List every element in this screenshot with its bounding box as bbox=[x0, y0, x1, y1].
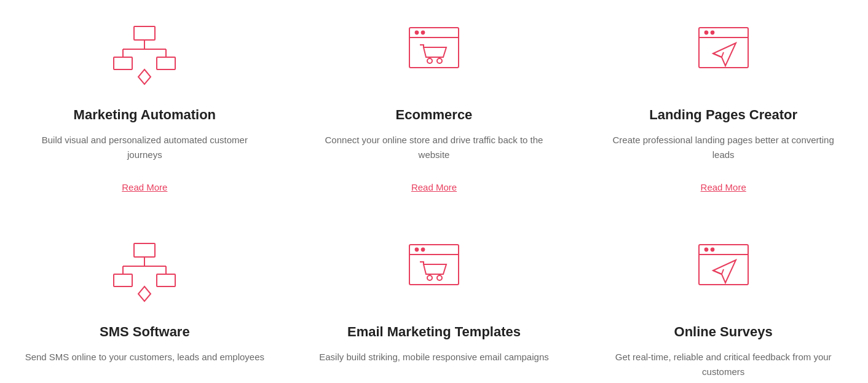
card-title: Marketing Automation bbox=[74, 107, 216, 123]
paper-plane-icon-1 bbox=[687, 18, 760, 92]
svg-point-38 bbox=[711, 248, 714, 251]
card-title: Online Surveys bbox=[674, 324, 773, 340]
svg-point-13 bbox=[437, 58, 442, 63]
card-desc: Build visual and personalized automated … bbox=[25, 133, 265, 162]
svg-point-11 bbox=[421, 31, 424, 34]
card-desc: Easily build striking, mobile responsive… bbox=[319, 350, 549, 365]
card-ecommerce: Ecommerce Connect your online store and … bbox=[290, 0, 579, 217]
automation-icon-1 bbox=[108, 18, 181, 92]
svg-rect-5 bbox=[114, 57, 132, 69]
svg-point-17 bbox=[711, 31, 714, 34]
svg-rect-27 bbox=[157, 274, 175, 286]
svg-point-10 bbox=[415, 31, 418, 34]
svg-line-40 bbox=[713, 270, 722, 274]
svg-marker-7 bbox=[138, 69, 151, 84]
read-more-link[interactable]: Read More bbox=[701, 182, 746, 192]
card-desc: Send SMS online to your customers, leads… bbox=[25, 350, 264, 365]
svg-point-16 bbox=[704, 31, 708, 34]
svg-point-37 bbox=[704, 248, 708, 251]
card-title: Landing Pages Creator bbox=[649, 107, 797, 123]
svg-line-20 bbox=[722, 52, 724, 57]
card-desc: Create professional landing pages better… bbox=[603, 133, 843, 162]
card-title: Email Marketing Templates bbox=[347, 324, 521, 340]
card-title: SMS Software bbox=[100, 324, 190, 340]
read-more-link[interactable]: Read More bbox=[411, 182, 457, 192]
svg-point-32 bbox=[421, 248, 424, 251]
svg-point-31 bbox=[415, 248, 418, 251]
svg-point-34 bbox=[437, 275, 442, 280]
card-desc: Get real-time, reliable and critical fee… bbox=[603, 350, 843, 379]
svg-rect-6 bbox=[157, 57, 175, 69]
svg-marker-28 bbox=[138, 286, 151, 301]
cart-icon-2 bbox=[397, 235, 471, 309]
paper-plane-icon-2 bbox=[687, 235, 760, 309]
svg-point-33 bbox=[427, 275, 432, 280]
read-more-link[interactable]: Read More bbox=[122, 182, 167, 192]
automation-icon-2 bbox=[108, 235, 181, 309]
feature-grid: Marketing Automation Build visual and pe… bbox=[0, 0, 868, 383]
svg-rect-0 bbox=[134, 26, 155, 40]
svg-line-41 bbox=[722, 269, 724, 274]
card-online-surveys: Online Surveys Get real-time, reliable a… bbox=[578, 217, 868, 383]
svg-point-12 bbox=[427, 58, 432, 63]
svg-rect-26 bbox=[114, 274, 132, 286]
svg-rect-21 bbox=[134, 243, 155, 257]
card-marketing-automation: Marketing Automation Build visual and pe… bbox=[0, 0, 290, 217]
cart-icon-1 bbox=[397, 18, 471, 92]
svg-line-19 bbox=[713, 53, 722, 57]
card-title: Ecommerce bbox=[396, 107, 473, 123]
card-desc: Connect your online store and drive traf… bbox=[314, 133, 554, 162]
card-sms-software: SMS Software Send SMS online to your cus… bbox=[0, 217, 290, 383]
card-landing-pages: Landing Pages Creator Create professiona… bbox=[578, 0, 868, 217]
card-email-templates: Email Marketing Templates Easily build s… bbox=[290, 217, 579, 383]
